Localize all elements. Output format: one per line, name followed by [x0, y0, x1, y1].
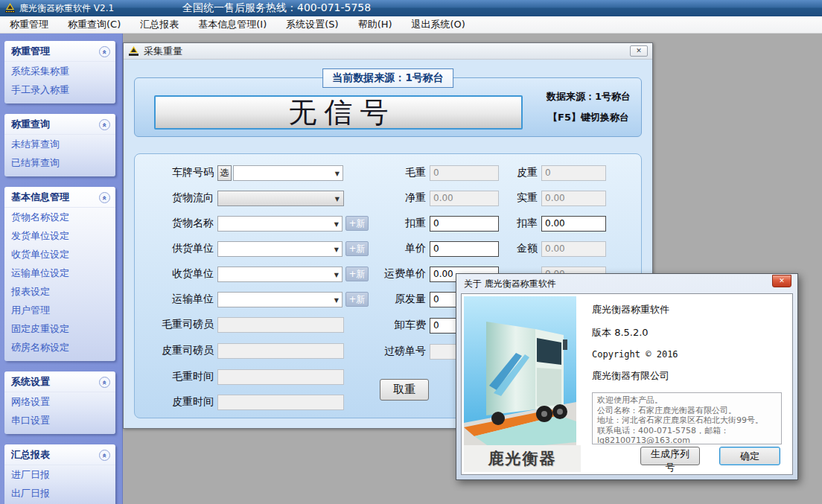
actual-weight-field [541, 191, 606, 206]
field-label: 供货单位 [139, 242, 214, 255]
deduct-weight-field[interactable] [430, 216, 499, 232]
goods-name-combo[interactable]: ▼ [217, 216, 342, 232]
chevron-up-icon[interactable]: « [99, 377, 110, 388]
close-icon[interactable]: ✕ [772, 275, 791, 287]
sidebar-item-network-settings[interactable]: 网络设置 [4, 392, 115, 411]
chevron-up-icon[interactable]: « [99, 192, 110, 203]
sidebar-item-manual-entry[interactable]: 手工录入称重 [4, 80, 115, 99]
section-title: 称重查询 [11, 118, 50, 131]
sidebar-item-inbound-daily[interactable]: 进厂日报 [4, 465, 115, 484]
sidebar-item-unsettled-query[interactable]: 未结算查询 [4, 135, 115, 153]
sidebar-item-receiver-unit[interactable]: 收货单位设定 [4, 245, 115, 264]
form-row-tare: 皮重 [493, 165, 606, 181]
sidebar-item-report-settings[interactable]: 报表设定 [4, 282, 115, 301]
form-row-net: 净重 [366, 190, 499, 206]
goods-flow-combo[interactable]: ▼ [217, 191, 344, 206]
dialog-buttons: 生成序列号 确定 [640, 447, 780, 465]
add-transport-button[interactable]: +新 [345, 292, 369, 307]
company-info-box: 欢迎使用本产品。 公司名称：石家庄鹿光衡器有限公司。 地址：河北省石家庄鹿泉区石… [592, 392, 782, 444]
sidebar-item-serial-settings[interactable]: 串口设置 [4, 411, 115, 430]
sidebar-item-fixed-tare[interactable]: 固定皮重设定 [4, 319, 115, 338]
sidebar-item-user-management[interactable]: 用户管理 [4, 301, 115, 319]
form-row-goods: 货物名称 ▼ +新 [139, 215, 369, 232]
menu-summary-reports[interactable]: 汇总报表 [130, 16, 188, 34]
source-info-line2: 【F5】键切换称台 [538, 111, 639, 124]
gross-operator-field [217, 317, 344, 333]
sidebar-section-weighing: 称重管理 « 系统采集称重 手工录入称重 [4, 41, 115, 103]
unit-price-field[interactable] [430, 241, 499, 257]
menu-weighing-query[interactable]: 称重查询(C) [58, 16, 130, 34]
add-supplier-button[interactable]: +新 [345, 241, 369, 256]
weight-display: 无信号 [154, 95, 523, 130]
company-name: 鹿光衡器有限公司 [592, 369, 782, 383]
generate-serial-button[interactable]: 生成序列号 [640, 447, 700, 465]
ok-button[interactable]: 确定 [719, 447, 780, 465]
menu-system-settings[interactable]: 系统设置(S) [276, 16, 348, 34]
menu-help[interactable]: 帮助(H) [348, 16, 402, 34]
deduct-rate-field[interactable] [541, 216, 606, 232]
field-label: 扣重 [366, 217, 426, 230]
gross-weight-field [430, 165, 499, 181]
hotline-text: 全国统一售后服务热线：400-071-5758 [182, 1, 371, 15]
plate-number-combo[interactable]: ▼ [233, 165, 343, 181]
source-info-line1: 数据来源：1号称台 [538, 90, 639, 103]
select-plate-button[interactable]: 选 [217, 165, 232, 181]
menu-weighing-management[interactable]: 称重管理 [0, 16, 58, 34]
transport-combo[interactable]: ▼ [217, 292, 342, 307]
form-row-gross-operator: 毛重司磅员 [139, 316, 344, 333]
field-label: 货物流向 [139, 191, 214, 205]
close-icon[interactable]: ✕ [630, 45, 648, 57]
supplier-combo[interactable]: ▼ [217, 241, 342, 257]
info-line: 欢迎使用本产品。 [597, 395, 777, 406]
about-dialog: 关于 鹿光衡器称重软件 ✕ [456, 273, 798, 480]
sidebar-header-weighing[interactable]: 称重管理 « [4, 41, 115, 62]
tare-time-field [217, 395, 344, 410]
form-row-tare-operator: 皮重司磅员 [139, 342, 344, 359]
truck-image-caption: 鹿光衡器 [464, 445, 581, 472]
receiver-combo[interactable]: ▼ [217, 267, 342, 282]
source-info: 数据来源：1号称台 【F5】键切换称台 [538, 90, 639, 132]
sidebar-header-query[interactable]: 称重查询 « [4, 114, 115, 135]
sidebar-item-goods-name[interactable]: 货物名称设定 [4, 208, 115, 226]
sidebar-item-shipper-unit[interactable]: 发货单位设定 [4, 226, 115, 245]
truck-illustration [464, 296, 576, 469]
form-row-supplier: 供货单位 ▼ +新 [139, 240, 369, 257]
dialog-titlebar: 关于 鹿光衡器称重软件 [456, 274, 797, 293]
gross-time-field [217, 369, 344, 385]
chevron-down-icon: ▼ [335, 170, 340, 177]
chevron-up-icon[interactable]: « [99, 450, 110, 461]
menu-basic-info[interactable]: 基本信息管理(I) [188, 16, 276, 34]
form-row-actual: 实重 [493, 190, 606, 206]
sidebar-header-system[interactable]: 系统设置 « [4, 371, 115, 392]
sidebar-item-system-collect[interactable]: 系统采集称重 [4, 62, 115, 80]
add-receiver-button[interactable]: +新 [345, 267, 369, 281]
title-bar: 鹿光衡器称重软件 V2.1 全国统一售后服务热线：400-071-5758 [0, 0, 822, 16]
add-goods-button[interactable]: +新 [345, 216, 369, 231]
field-label: 实重 [493, 191, 538, 205]
field-label: 收货单位 [139, 267, 214, 281]
dialog-content: 鹿光衡器 鹿光衡器称重软件 版本 8.5.2.0 Copyright © 201… [461, 293, 793, 475]
chevron-up-icon[interactable]: « [99, 119, 110, 130]
field-label: 皮重时间 [139, 395, 214, 409]
sidebar-header-reports[interactable]: 汇总报表 « [4, 444, 115, 465]
chevron-down-icon: ▼ [334, 246, 339, 253]
menu-exit[interactable]: 退出系统(O) [402, 16, 475, 34]
sidebar-item-settled-query[interactable]: 已结算查询 [4, 153, 115, 172]
info-line: 地址：河北省石家庄鹿泉区石柏北大街99号。 [597, 415, 777, 426]
sidebar-item-weighhouse-name[interactable]: 磅房名称设定 [4, 338, 115, 357]
field-label: 车牌号码 [139, 166, 214, 179]
take-weight-button[interactable]: 取重 [380, 379, 429, 401]
form-row-gross-time: 毛重时间 [139, 369, 344, 385]
window-logo-icon [128, 46, 139, 57]
chevron-up-icon[interactable]: « [99, 46, 110, 57]
info-line: 联系电话：400-071-5758，邮箱： [597, 426, 777, 436]
field-label: 扣率 [493, 217, 538, 230]
field-label: 货物名称 [139, 217, 214, 230]
sidebar-item-outbound-daily[interactable]: 出厂日报 [4, 484, 115, 503]
sidebar-item-transport-unit[interactable]: 运输单位设定 [4, 264, 115, 282]
field-label: 毛重时间 [139, 370, 214, 383]
form-row-amount: 金额 [493, 240, 606, 257]
form-row-deduct-rate: 扣率 [493, 215, 606, 232]
sidebar-header-basic-info[interactable]: 基本信息管理 « [4, 187, 115, 208]
child-window-titlebar: 采集重量 ✕ [124, 43, 652, 60]
